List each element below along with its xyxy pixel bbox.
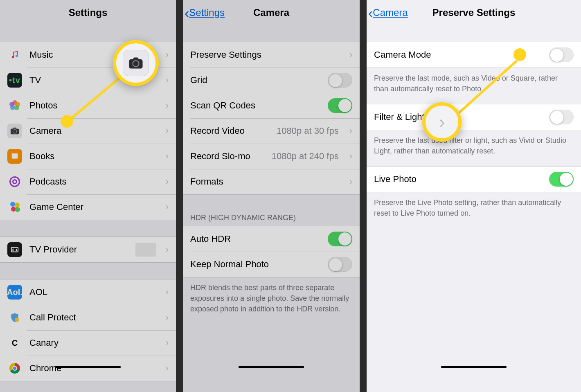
row-label: Preserve Settings xyxy=(190,50,342,60)
camera-mode-footer: Preserve the last mode, such as Video or… xyxy=(367,68,581,94)
row-gamecenter[interactable]: Game Center › xyxy=(0,194,176,220)
row-filter-lighting[interactable]: Filter & Lighting xyxy=(367,104,581,130)
toggle-filter[interactable] xyxy=(549,110,574,124)
row-keep-photo[interactable]: Keep Normal Photo xyxy=(183,252,360,277)
toggle-auto-hdr[interactable] xyxy=(328,232,352,246)
row-label: AOL xyxy=(29,287,158,297)
preserve-panel: ‹ Camera Preserve Settings Camera Mode P… xyxy=(367,0,581,392)
row-auto-hdr[interactable]: Auto HDR xyxy=(183,226,360,252)
row-tvprovider[interactable]: TV Provider › xyxy=(0,237,176,262)
gamecenter-icon xyxy=(7,200,22,214)
chevron-right-icon: › xyxy=(166,202,169,212)
tvprovider-icon xyxy=(7,242,22,257)
hdr-footer: HDR blends the best parts of three separ… xyxy=(183,277,360,314)
row-label: Books xyxy=(29,151,158,162)
row-aol[interactable]: Aol. AOL › xyxy=(0,279,176,305)
chevron-right-icon: › xyxy=(166,176,169,187)
home-indicator[interactable] xyxy=(239,366,304,368)
row-record-slomo[interactable]: Record Slo-mo 1080p at 240 fps › xyxy=(183,144,360,169)
svg-point-1 xyxy=(16,55,18,57)
canary-icon: C xyxy=(7,336,22,350)
books-icon xyxy=(7,149,22,164)
toggle-live-photo[interactable] xyxy=(549,172,574,187)
back-label: Settings xyxy=(189,7,225,18)
row-camera-mode[interactable]: Camera Mode xyxy=(367,42,581,68)
row-live-photo[interactable]: Live Photo xyxy=(367,167,581,192)
page-title: Settings xyxy=(69,7,108,18)
back-label: Camera xyxy=(373,7,408,18)
navbar: ‹ Settings Camera xyxy=(183,0,360,25)
chevron-right-icon: › xyxy=(166,126,169,136)
tvprovider-group: TV Provider › xyxy=(0,237,176,263)
toggle-camera-mode[interactable] xyxy=(549,47,574,62)
chevron-right-icon: › xyxy=(166,151,169,162)
toggle-keep-photo[interactable] xyxy=(328,257,352,272)
navbar: ‹ Camera Preserve Settings xyxy=(367,0,581,25)
row-canary[interactable]: C Canary › xyxy=(0,330,176,356)
row-chrome[interactable]: Chrome › xyxy=(0,356,176,381)
chevron-left-icon: ‹ xyxy=(368,5,373,21)
row-label: Chrome xyxy=(29,363,158,374)
row-label: TV Provider xyxy=(29,244,128,255)
toggle-qr[interactable] xyxy=(328,98,352,113)
page-title: Preserve Settings xyxy=(432,7,516,18)
row-value: 1080p at 30 fps xyxy=(277,126,339,136)
music-icon xyxy=(7,47,22,62)
back-button[interactable]: ‹ Camera xyxy=(370,5,408,21)
chrome-icon xyxy=(7,361,22,376)
chevron-right-icon: › xyxy=(349,151,352,162)
row-grid[interactable]: Grid xyxy=(183,68,360,93)
aol-icon: Aol. xyxy=(7,285,22,300)
livephoto-footer: Preserve the Live Photo setting, rather … xyxy=(367,192,581,219)
svg-point-0 xyxy=(12,56,14,59)
row-formats[interactable]: Formats › xyxy=(183,169,360,194)
chevron-right-icon: › xyxy=(166,244,169,255)
page-title: Camera xyxy=(253,7,289,18)
row-label: Live Photo xyxy=(374,174,542,185)
camera-app-icon xyxy=(123,50,149,76)
chevron-right-icon: › xyxy=(166,363,169,374)
camera-group: Preserve Settings › Grid Scan QR Codes R… xyxy=(183,42,360,195)
chevron-right-icon: › xyxy=(166,100,169,111)
row-label: Record Video xyxy=(190,126,269,136)
home-indicator[interactable] xyxy=(441,366,507,368)
tv-icon: •tv xyxy=(7,73,22,88)
callout-camera xyxy=(113,40,159,86)
toggle-grid[interactable] xyxy=(328,73,352,88)
row-scan-qr[interactable]: Scan QR Codes xyxy=(183,93,360,118)
hdr-group: Auto HDR Keep Normal Photo xyxy=(183,226,360,277)
row-label: Grid xyxy=(190,75,320,86)
chevron-right-icon: › xyxy=(166,338,169,348)
chevron-right-icon: › xyxy=(439,112,445,132)
chevron-left-icon: ‹ xyxy=(185,5,189,21)
row-books[interactable]: Books › xyxy=(0,144,176,169)
home-indicator[interactable] xyxy=(55,366,121,368)
filter-footer: Preserve the last used filter or light, … xyxy=(367,130,581,156)
row-label: Keep Normal Photo xyxy=(190,259,320,270)
chevron-right-icon: › xyxy=(166,50,169,60)
callout-dot xyxy=(61,115,73,128)
row-record-video[interactable]: Record Video 1080p at 30 fps › xyxy=(183,118,360,144)
row-label: Call Protect xyxy=(29,312,158,323)
row-camera[interactable]: Camera › xyxy=(0,118,176,144)
row-label: Auto HDR xyxy=(190,234,320,244)
settings-panel: Settings Music › •tv TV › xyxy=(0,0,176,392)
row-callprotect[interactable]: Call Protect › xyxy=(0,305,176,330)
callprotect-icon xyxy=(7,310,22,325)
svg-point-5 xyxy=(15,318,19,322)
row-label: Podcasts xyxy=(29,176,158,187)
row-podcasts[interactable]: Podcasts › xyxy=(0,169,176,194)
chevron-right-icon: › xyxy=(166,75,169,86)
chevron-right-icon: › xyxy=(349,50,352,60)
back-button[interactable]: ‹ Settings xyxy=(186,5,225,21)
camera-panel: ‹ Settings Camera Preserve Settings › Gr… xyxy=(183,0,360,392)
photos-icon xyxy=(7,98,22,113)
row-label: Photos xyxy=(29,100,158,111)
row-label: Scan QR Codes xyxy=(190,100,320,111)
chevron-right-icon: › xyxy=(349,176,352,187)
hdr-header: HDR (HIGH DYNAMIC RANGE) xyxy=(183,195,360,226)
row-label: Camera xyxy=(29,126,158,136)
row-preserve-settings[interactable]: Preserve Settings › xyxy=(183,42,360,68)
chevron-right-icon: › xyxy=(349,126,352,136)
livephoto-group: Live Photo xyxy=(367,166,581,192)
